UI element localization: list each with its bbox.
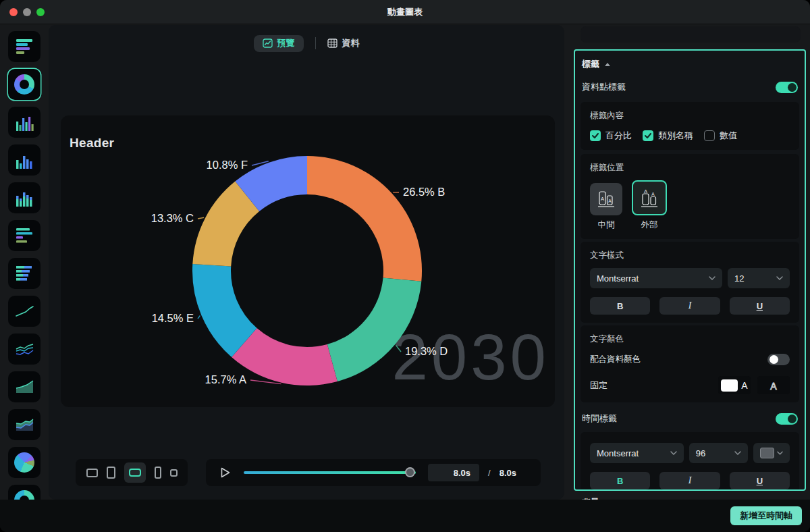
time-underline-button[interactable]: U xyxy=(730,472,790,489)
current-time-field[interactable]: 8.0s xyxy=(428,464,479,481)
tab-divider xyxy=(315,37,316,49)
svg-text:A: A xyxy=(651,192,655,196)
label-position-card: 標籤位置 A A xyxy=(580,154,799,239)
chevron-down-icon xyxy=(777,451,783,455)
play-button[interactable] xyxy=(221,467,230,478)
bar-horizontal-chart-icon xyxy=(16,38,33,55)
chevron-down-icon xyxy=(734,451,741,455)
time-font-size-select[interactable]: 96 xyxy=(689,443,748,463)
match-data-color-toggle[interactable] xyxy=(767,354,790,365)
fixed-color-label: 固定 xyxy=(590,379,608,392)
aspect-ratio-group xyxy=(76,459,188,486)
settings-panel: 標籤 資料點標籤 標籤內容 百分比 xyxy=(572,25,810,500)
underline-button[interactable]: U xyxy=(730,297,790,315)
gray-color-chip xyxy=(760,448,774,458)
chevron-down-icon xyxy=(670,451,677,455)
tab-preview-label: 預覽 xyxy=(277,37,295,49)
previous-section-peek xyxy=(580,26,801,43)
sidebar-item-ring-chart[interactable] xyxy=(8,485,40,500)
time-bold-button[interactable]: B xyxy=(590,472,650,489)
sidebar-item-column-chart[interactable] xyxy=(8,107,40,138)
time-label-row: 時間標籤 xyxy=(580,412,799,425)
sidebar-item-multi-line-chart[interactable] xyxy=(8,334,40,365)
position-option-middle[interactable]: A A 中間 xyxy=(590,183,622,231)
datapoint-label-text: 資料點標籤 xyxy=(582,81,626,93)
time-color-select[interactable] xyxy=(753,443,790,463)
aspect-square-button[interactable] xyxy=(170,469,178,477)
checkbox-checked-icon xyxy=(590,130,601,141)
timeline-slider[interactable] xyxy=(244,468,416,477)
time-font-family-select[interactable]: Montserrat xyxy=(590,443,684,463)
zoom-window-button[interactable] xyxy=(36,8,45,16)
sidebar-item-horizontal-bar-chart[interactable] xyxy=(8,31,40,62)
add-to-timeline-button[interactable]: 新增至時間軸 xyxy=(730,506,802,525)
view-tabs: 預覽 資料 xyxy=(49,34,564,52)
sidebar-item-donut-chart[interactable] xyxy=(8,69,40,100)
slice-label-A: 15.7% A xyxy=(205,373,246,385)
sidebar-item-pie-chart[interactable] xyxy=(8,447,40,478)
text-fill-color-button[interactable]: A xyxy=(718,376,751,394)
pie-chart-icon xyxy=(14,452,34,473)
donut-chart-icon xyxy=(14,74,34,95)
aspect-tall-button[interactable] xyxy=(155,467,161,479)
playback-bar: 8.0s / 8.0s xyxy=(206,459,541,486)
aspect-landscape-button[interactable] xyxy=(86,469,98,477)
label-section-header[interactable]: 標籤 xyxy=(580,56,799,70)
sidebar-item-bar-chart[interactable] xyxy=(8,220,40,251)
time-label-style-card: Montserrat 96 B xyxy=(580,432,799,491)
time-separator: / xyxy=(488,468,491,478)
app-window: 動畫圖表 xyxy=(0,0,810,532)
titlebar: 動畫圖表 xyxy=(0,0,810,24)
slice-label-C: 13.3% C xyxy=(151,212,194,224)
time-label-toggle[interactable] xyxy=(776,413,798,425)
slice-label-E: 14.5% E xyxy=(152,312,194,324)
time-style-buttons: B I U xyxy=(590,472,790,489)
italic-button[interactable]: I xyxy=(659,297,720,315)
font-size-select[interactable]: 12 xyxy=(728,268,790,288)
tab-data[interactable]: 資料 xyxy=(327,37,360,49)
donut-slice-B[interactable] xyxy=(307,156,422,282)
tab-data-label: 資料 xyxy=(342,37,360,49)
datapoint-label-toggle[interactable] xyxy=(776,82,798,93)
sidebar-item-area-chart[interactable] xyxy=(8,371,40,402)
text-outline-color-button[interactable]: A xyxy=(757,376,790,394)
slice-label-F: 10.8% F xyxy=(207,159,248,171)
label-leader-line xyxy=(198,217,204,219)
sidebar-item-stacked-area-chart[interactable] xyxy=(8,409,40,440)
tab-preview[interactable]: 預覽 xyxy=(254,35,304,52)
white-color-chip xyxy=(721,379,738,392)
minimize-window-button[interactable] xyxy=(23,8,31,16)
checkbox-percentage[interactable]: 百分比 xyxy=(590,130,632,142)
multi-line-chart-icon xyxy=(16,341,34,357)
checkbox-category-name[interactable]: 類別名稱 xyxy=(643,130,693,142)
column-chart-icon xyxy=(16,114,34,131)
datapoint-label-row: 資料點標籤 xyxy=(580,80,799,94)
close-window-button[interactable] xyxy=(9,8,18,16)
sidebar-item-line-chart[interactable] xyxy=(8,296,40,327)
label-inside-bars-icon: A A xyxy=(590,183,622,215)
total-time-label: 8.0s xyxy=(500,468,516,478)
text-color-title: 文字顏色 xyxy=(590,334,790,345)
fixed-color-swatches: A A xyxy=(718,376,790,394)
sidebar-item-column-chart-2[interactable] xyxy=(8,144,40,176)
position-option-outside[interactable]: A A 外部 xyxy=(632,180,667,231)
checkbox-value[interactable]: 數值 xyxy=(704,130,737,142)
sidebar-item-stacked-bar-chart[interactable] xyxy=(8,258,40,289)
slider-handle[interactable] xyxy=(405,467,415,477)
chart-type-sidebar xyxy=(0,25,49,500)
slice-label-D: 19.3% D xyxy=(405,345,448,357)
aspect-portrait-button[interactable] xyxy=(107,467,115,479)
font-family-select[interactable]: Montserrat xyxy=(590,268,722,288)
label-leader-line xyxy=(198,316,200,319)
label-section-title: 標籤 xyxy=(582,58,599,70)
aspect-wide-selected-button[interactable] xyxy=(124,462,146,483)
label-leader-line xyxy=(396,346,401,352)
donut-slice-D[interactable] xyxy=(327,277,422,381)
slider-track[interactable] xyxy=(244,471,416,474)
line-chart-tab-icon xyxy=(263,38,273,48)
time-italic-button[interactable]: I xyxy=(659,472,720,489)
bold-button[interactable]: B xyxy=(590,297,650,315)
outline-letter-icon: A xyxy=(768,379,779,392)
sidebar-item-stacked-column-chart[interactable] xyxy=(8,182,40,213)
svg-text:A: A xyxy=(601,196,604,202)
